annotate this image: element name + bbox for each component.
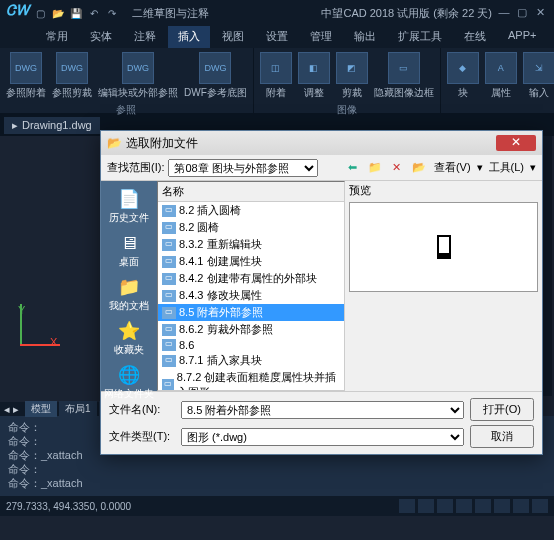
dwg-icon: ▸: [12, 119, 18, 132]
file-item[interactable]: ▭8.4.1 创建属性块: [158, 253, 344, 270]
window-controls: — ▢ ✕: [496, 6, 548, 20]
preview-label: 预览: [349, 183, 538, 198]
preview-pane: 预览: [345, 181, 542, 391]
ribbon-tab[interactable]: 常用: [36, 26, 78, 48]
sidebar-item[interactable]: 🌐网络文件夹: [104, 361, 154, 403]
dialog-icon: 📂: [107, 136, 122, 150]
undo-icon[interactable]: ↶: [86, 5, 102, 21]
status-toggles: [399, 499, 548, 513]
tools-button[interactable]: 工具(L): [487, 160, 526, 175]
file-item[interactable]: ▭8.3.2 重新编辑块: [158, 236, 344, 253]
open-icon[interactable]: 📂: [50, 5, 66, 21]
ribbon-button[interactable]: DWGDWF参考底图: [182, 50, 249, 102]
app-logo: ᏣᎳ: [6, 2, 28, 24]
dwg-file-icon: ▭: [162, 256, 176, 268]
redo-icon[interactable]: ↷: [104, 5, 120, 21]
back-icon[interactable]: ⬅: [344, 159, 362, 177]
ortho-icon[interactable]: [437, 499, 453, 513]
grid-icon[interactable]: [399, 499, 415, 513]
attach-button[interactable]: ◫附着: [258, 50, 294, 102]
file-item[interactable]: ▭8.4.2 创建带有属性的外部块: [158, 270, 344, 287]
maximize-icon[interactable]: ▢: [514, 6, 530, 20]
ribbon-button[interactable]: DWG编辑块或外部参照: [96, 50, 180, 102]
ribbon-tab[interactable]: 插入: [168, 26, 210, 48]
ribbon-button[interactable]: DWG参照附着: [4, 50, 48, 102]
dwg-file-icon: ▭: [162, 273, 176, 285]
dialog-title: 选取附加文件: [126, 135, 198, 152]
file-item[interactable]: ▭8.6.2 剪裁外部参照: [158, 321, 344, 338]
document-tab[interactable]: ▸Drawing1.dwg: [4, 117, 100, 134]
ribbon-tab[interactable]: APP+: [498, 26, 546, 48]
clip-button[interactable]: ◩剪裁: [334, 50, 370, 102]
dwg-file-icon: ▭: [162, 307, 176, 319]
new-icon[interactable]: ▢: [32, 5, 48, 21]
import-button[interactable]: ⇲输入: [521, 50, 554, 113]
block-button[interactable]: ◆块: [445, 50, 481, 113]
file-list-header[interactable]: 名称: [158, 182, 344, 202]
delete-icon[interactable]: ✕: [388, 159, 406, 177]
dwg-file-icon: ▭: [162, 205, 176, 217]
osnap-icon[interactable]: [475, 499, 491, 513]
newfolder-icon[interactable]: 📂: [410, 159, 428, 177]
workspace-title: 二维草图与注释: [132, 6, 317, 21]
ucs-icon: YX: [20, 304, 60, 346]
file-list[interactable]: 名称 ▭8.2 插入圆椅▭8.2 圆椅▭8.3.2 重新编辑块▭8.4.1 创建…: [157, 181, 345, 391]
ribbon-button[interactable]: DWG参照剪裁: [50, 50, 94, 102]
file-item[interactable]: ▭8.4.3 修改块属性: [158, 287, 344, 304]
filename-label: 文件名(N):: [109, 402, 175, 417]
ribbon-tab[interactable]: 设置: [256, 26, 298, 48]
layout-tab-1[interactable]: 布局1: [59, 401, 97, 417]
polar-icon[interactable]: [456, 499, 472, 513]
sidebar-icon: 📁: [115, 275, 143, 299]
close-icon[interactable]: ✕: [532, 6, 548, 20]
dialog-toolbar: 查找范围(I): 第08章 图块与外部参照 ⬅ 📁 ✕ 📂 查看(V)▾ 工具(…: [101, 155, 542, 181]
model-icon[interactable]: [532, 499, 548, 513]
status-bar: 279.7333, 494.3350, 0.0000: [0, 496, 554, 516]
preview-shape: [437, 235, 451, 259]
layout-tab-model[interactable]: 模型: [25, 401, 57, 417]
titlebar: ᏣᎳ ▢ 📂 💾 ↶ ↷ 二维草图与注释 中望CAD 2018 试用版 (剩余 …: [0, 0, 554, 26]
ribbon-tab[interactable]: 扩展工具: [388, 26, 452, 48]
file-item[interactable]: ▭8.7.2 创建表面粗糙度属性块并插入图形: [158, 369, 344, 391]
file-item[interactable]: ▭8.5 附着外部参照: [158, 304, 344, 321]
lwt-icon[interactable]: [513, 499, 529, 513]
view-button[interactable]: 查看(V): [432, 160, 473, 175]
dialog-titlebar[interactable]: 📂 选取附加文件 ✕: [101, 131, 542, 155]
ribbon-tab[interactable]: 在线: [454, 26, 496, 48]
cancel-button[interactable]: 取消: [470, 425, 534, 448]
ribbon-tab[interactable]: 视图: [212, 26, 254, 48]
sidebar-item[interactable]: 🖥桌面: [115, 229, 143, 271]
minimize-icon[interactable]: —: [496, 6, 512, 20]
sidebar-item[interactable]: 📁我的文档: [109, 273, 149, 315]
file-item[interactable]: ▭8.7.1 插入家具块: [158, 352, 344, 369]
sidebar-icon: 🌐: [115, 363, 143, 387]
dwg-file-icon: ▭: [162, 339, 176, 351]
sidebar-item[interactable]: 📄历史文件: [109, 185, 149, 227]
open-button[interactable]: 打开(O): [470, 398, 534, 421]
look-in-select[interactable]: 第08章 图块与外部参照: [168, 159, 318, 177]
file-item[interactable]: ▭8.2 插入圆椅: [158, 202, 344, 219]
otrack-icon[interactable]: [494, 499, 510, 513]
look-in-label: 查找范围(I):: [107, 160, 164, 175]
ribbon-group-block: ◆块 A属性 ⇲输入 ≡数据 DGNDGN: [441, 48, 554, 113]
adjust-button[interactable]: ◧调整: [296, 50, 332, 102]
ribbon-tab[interactable]: 管理: [300, 26, 342, 48]
dwg-file-icon: ▭: [162, 355, 176, 367]
save-icon[interactable]: 💾: [68, 5, 84, 21]
ribbon-tab[interactable]: 实体: [80, 26, 122, 48]
filename-input[interactable]: 8.5 附着外部参照: [181, 401, 464, 419]
snap-icon[interactable]: [418, 499, 434, 513]
dwg-file-icon: ▭: [162, 324, 176, 336]
attr-button[interactable]: A属性: [483, 50, 519, 113]
ribbon-panel: DWG参照附着DWG参照剪裁DWG编辑块或外部参照DWGDWF参考底图 参照 ◫…: [0, 48, 554, 114]
file-item[interactable]: ▭8.2 圆椅: [158, 219, 344, 236]
ribbon-tab[interactable]: 输出: [344, 26, 386, 48]
filetype-select[interactable]: 图形 (*.dwg): [181, 428, 464, 446]
sidebar-item[interactable]: ⭐收藏夹: [114, 317, 144, 359]
up-icon[interactable]: 📁: [366, 159, 384, 177]
hideframe-button[interactable]: ▭隐藏图像边框: [372, 50, 436, 102]
ribbon-tab[interactable]: 注释: [124, 26, 166, 48]
file-item[interactable]: ▭8.6: [158, 338, 344, 352]
dialog-close-button[interactable]: ✕: [496, 135, 536, 151]
ribbon-group-image: ◫附着 ◧调整 ◩剪裁 ▭隐藏图像边框 图像: [254, 48, 441, 113]
